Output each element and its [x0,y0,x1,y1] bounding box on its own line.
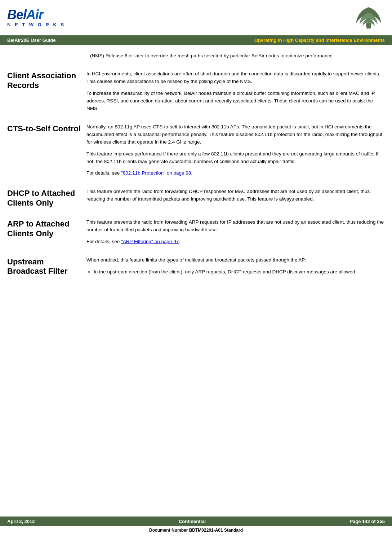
footer-bar: April 2, 2012 Confidential Page 142 of 2… [0,517,392,526]
section-arp: ARP to Attached Clients Only This featur… [7,215,385,246]
nav-title-right: Operating in High Capacity and Interfere… [254,38,385,43]
section-upstream: Upstream Broadcast Filter When enabled, … [7,253,385,278]
header-top: BelAir N E T W O R K S [0,0,392,35]
para-arp-2: For details, see "ARP Filtering" on page… [86,238,385,246]
nav-bar: BelAir20E User Guide Operating in High C… [0,35,392,45]
section-body-arp: This feature prevents the radio from for… [86,219,385,246]
footer-doc-number: Document Number BDTM02201-A01 Standard [0,526,392,534]
brand-icon [352,4,385,32]
section-client-association: Client Association Records In HCI enviro… [7,67,385,113]
section-body-upstream: When enabled, this feature limits the ty… [86,256,385,278]
footer-date: April 2, 2012 [7,519,35,524]
section-title-client-association: Client Association Records [7,70,86,113]
intro-text: (NMS) Release 6 or later to override the… [7,49,385,67]
page-wrapper: BelAir N E T W O R K S BelAir20E User Gu… [0,0,392,545]
logo-bel: Bel [7,7,26,22]
section-body-cts: Normally, an 802.11g AP uses CTS-to-self… [86,123,385,177]
upstream-bullet-1: In the upstream direction (from the clie… [94,268,385,276]
section-cts: CTS-to-Self Control Normally, an 802.11g… [7,120,385,177]
para-client-2: To increase the measurability of the net… [86,90,385,113]
section-title-upstream: Upstream Broadcast Filter [7,256,86,278]
upstream-bullet-list: In the upstream direction (from the clie… [94,268,385,276]
logo-air: Air [26,7,43,22]
logo-belair: BelAir [7,8,65,21]
section-dhcp: DHCP to Attached Clients Only This featu… [7,184,385,208]
footer-confidential: Confidential [179,519,206,524]
section-title-dhcp: DHCP to Attached Clients Only [7,188,86,208]
link-802-protection[interactable]: "802.11b Protection" on page 98 [121,170,191,176]
para-cts-1: Normally, an 802.11g AP uses CTS-to-self… [86,123,385,146]
bottom-area: April 2, 2012 Confidential Page 142 of 2… [0,517,392,534]
section-title-cts: CTS-to-Self Control [7,123,86,177]
logo-networks: N E T W O R K S [7,22,65,27]
footer-page: Page 142 of 255 [349,519,385,524]
nav-title-left: BelAir20E User Guide [7,38,55,43]
link-arp-filtering[interactable]: "ARP Filtering" on page 97 [121,239,179,244]
para-cts-3: For details, see "802.11b Protection" on… [86,170,385,177]
para-cts-2: This feature improves performance if the… [86,150,385,166]
section-title-arp: ARP to Attached Clients Only [7,219,86,246]
section-body-client-association: In HCI environments, client associations… [86,70,385,113]
para-client-1: In HCI environments, client associations… [86,70,385,85]
para-upstream-1: When enabled, this feature limits the ty… [86,256,385,264]
para-arp-1: This feature prevents the radio from for… [86,219,385,234]
content-area: (NMS) Release 6 or later to override the… [0,45,392,289]
section-body-dhcp: This feature prevents the radio from for… [86,188,385,208]
logo-area: BelAir N E T W O R K S [7,8,65,27]
para-dhcp-1: This feature prevents the radio from for… [86,188,385,203]
